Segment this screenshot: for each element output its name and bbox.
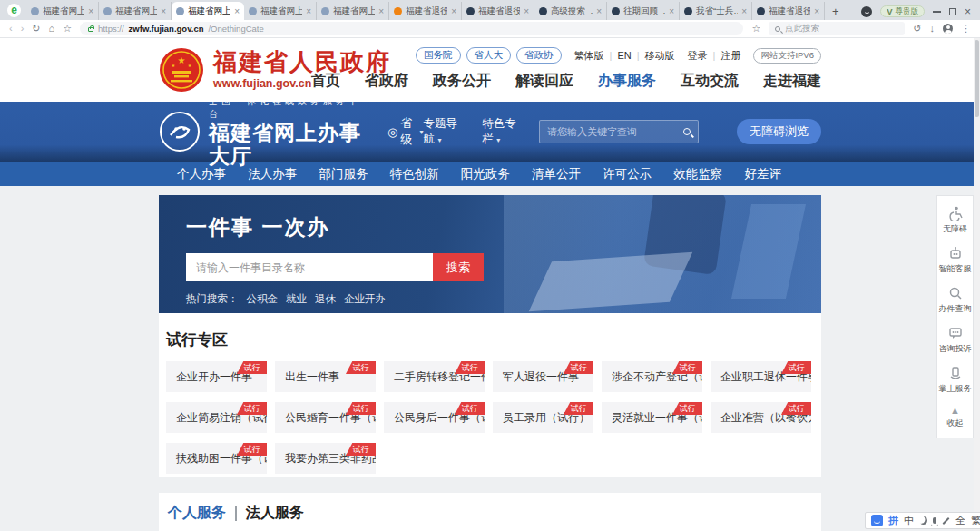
tab-close-icon[interactable]: × [741,6,747,16]
link-mobile[interactable]: 移动版 [645,49,675,63]
trial-card[interactable]: 公民身后一件事（试…试行 [384,402,485,433]
hot-search-startup[interactable]: 企业开办 [344,292,386,306]
trial-card[interactable]: 企业开办一件事试行 [166,361,267,392]
subnav-legal[interactable]: 法人办事 [248,166,297,182]
hot-search-employment[interactable]: 就业 [286,292,307,306]
tab-close-icon[interactable]: × [378,6,384,16]
subnav-lists[interactable]: 清单公开 [532,166,581,182]
url-field[interactable]: https://zwfw.fujian.gov.cn/OnethingCate [80,22,743,35]
register-link[interactable]: 注册 [720,49,740,63]
toolbar-case-query[interactable]: 办件查询 [939,280,972,320]
trial-card[interactable]: 我要办第三类非药品…试行 [275,443,376,474]
link-en[interactable]: EN [617,50,631,61]
toolbar-smart-service[interactable]: 智能客服 [939,241,972,280]
trial-card[interactable]: 扶残助困一件事（试…试行 [166,443,267,474]
tab-legal-services[interactable]: 法人服务 [246,504,304,523]
toolbar-mobile-service[interactable]: 掌上服务 [939,360,972,400]
link-cppcc[interactable]: 省政协 [516,47,562,64]
tab-close-icon[interactable]: × [306,6,311,16]
banner-search-input[interactable] [540,126,683,137]
browser-tab[interactable]: 福建省退役… × [389,2,462,20]
new-tab-button[interactable]: + [825,5,847,20]
undo-icon[interactable]: ↺ [913,24,921,34]
browser-tab-active[interactable]: 福建省网上… × [172,2,244,20]
browser-logo-icon[interactable]: e [7,4,21,17]
tab-personal-services[interactable]: 个人服务 [168,504,226,523]
toolbar-accessibility[interactable]: 无障碍 [943,201,967,241]
trial-card[interactable]: 出生一件事试行 [275,361,376,392]
tab-close-icon[interactable]: × [88,6,93,16]
ime-pinyin-toggle[interactable]: 拼 [888,514,898,527]
banner-search-box[interactable] [539,120,699,143]
trial-card[interactable]: 公民婚育一件事（试…试行 [275,402,376,433]
browser-tab[interactable]: 福建省网上… × [26,2,99,20]
trial-card[interactable]: 企业职工退休一件事…试行 [710,361,811,392]
accessibility-button[interactable]: 无障碍浏览 [737,119,821,144]
subnav-supervision[interactable]: 效能监察 [673,166,722,182]
subnav-innovation[interactable]: 特色创新 [390,166,439,182]
ime-traditional-toggle[interactable]: 繁 [971,514,980,527]
scrollbar-thumb[interactable] [975,40,979,117]
bookmark-star-icon[interactable]: ☆ [63,24,72,34]
nav-home[interactable]: 首页 [311,72,340,91]
download-icon[interactable]: ↓ [930,24,936,34]
reload-icon[interactable]: ↻ [32,24,40,34]
ime-logo-icon[interactable] [871,515,883,526]
tab-close-icon[interactable]: × [234,6,240,16]
nav-about-fujian[interactable]: 走进福建 [763,72,821,91]
browser-tab[interactable]: 福建省网上… × [244,2,317,20]
hot-search-gjj[interactable]: 公积金 [247,292,279,306]
tab-close-icon[interactable]: × [161,6,166,16]
forward-icon[interactable]: › [21,24,24,34]
profile-avatar[interactable] [943,24,953,34]
nav-services[interactable]: 办事服务 [598,72,656,91]
back-icon[interactable]: ‹ [9,24,13,34]
link-provincial-congress[interactable]: 省人大 [466,47,512,64]
browser-tab[interactable]: 福建省网上… × [317,2,389,20]
link-state-council[interactable]: 国务院 [416,47,461,64]
hot-search-retire[interactable]: 退休 [315,292,336,306]
browser-tab[interactable]: 我省“士兵… × [680,2,752,20]
tab-close-icon[interactable]: × [524,6,529,16]
browser-extension-icon[interactable] [861,6,872,17]
search-icon[interactable] [683,128,691,135]
subnav-personal[interactable]: 个人办事 [177,166,226,182]
pen-icon[interactable] [943,517,950,525]
subnav-sunshine[interactable]: 阳光政务 [461,166,510,182]
browser-tab[interactable]: 福建省网上… × [99,2,172,20]
window-minimize-button[interactable] [933,11,941,13]
nav-gov-affairs[interactable]: 政务公开 [433,72,491,91]
browser-search-box[interactable]: 点此搜索 [769,22,905,35]
nav-provincial-gov[interactable]: 省政府 [365,72,408,91]
mic-icon[interactable] [933,517,936,524]
ime-fullwidth-toggle[interactable]: 全 [956,514,965,527]
trial-card[interactable]: 军人退役一件事试行 [493,361,593,392]
subnav-departments[interactable]: 部门服务 [318,166,368,182]
nav-interaction[interactable]: 互动交流 [681,72,739,91]
window-restore-button[interactable] [949,8,956,15]
window-close-button[interactable]: × [965,6,971,17]
trial-card[interactable]: 二手房转移登记一件事试行 [384,361,485,392]
tab-close-icon[interactable]: × [451,6,456,16]
toolbar-collapse[interactable]: ▲ 收起 [947,400,964,435]
onething-search-button[interactable]: 搜索 [433,253,484,281]
moon-icon[interactable] [919,516,927,525]
browser-tab[interactable]: 往期回顾_… × [607,2,680,20]
nav-interpretation[interactable]: 解读回应 [515,72,573,91]
subnav-rating[interactable]: 好差评 [745,166,782,182]
page-scrollbar[interactable] [974,38,980,531]
trial-card[interactable]: 企业准营（以餐饮为…试行 [710,402,811,433]
region-selector[interactable]: ◎ 省级 ▾ [387,115,424,148]
link-traditional[interactable]: 繁体版 [574,49,604,63]
trial-card[interactable]: 灵活就业一件事（试…试行 [602,402,702,433]
favorite-star-icon[interactable]: ☆ [751,24,760,34]
trial-card[interactable]: 涉企不动产登记（试…试行 [602,361,702,392]
trial-card[interactable]: 企业简易注销（试行）试行 [166,402,267,433]
menu-featured-columns[interactable]: 特色专栏 ▾ [482,116,524,147]
browser-tab[interactable]: 福建省退役… × [462,2,534,20]
home-icon[interactable]: ⌂ [49,24,55,34]
vip-badge[interactable]: V尊贵版 [880,5,925,17]
menu-special-nav[interactable]: 专题导航 ▾ [424,116,466,147]
trial-card[interactable]: 员工录用（试行）试行 [493,402,593,433]
tab-close-icon[interactable]: × [814,6,819,16]
